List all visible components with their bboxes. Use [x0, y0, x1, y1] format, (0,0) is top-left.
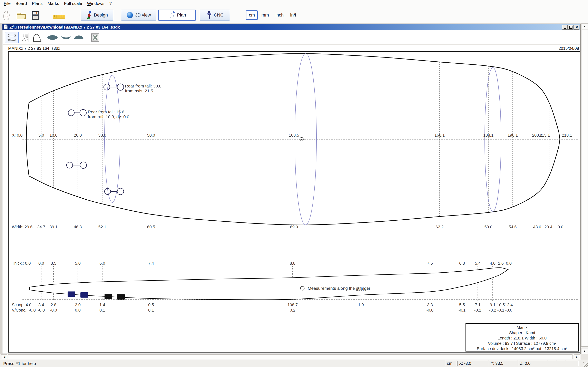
- status-panel-x-coord: X: -3.0: [457, 361, 488, 366]
- view-rocker-button[interactable]: [31, 32, 44, 43]
- status-panel-extra3: [566, 361, 579, 366]
- cnc-label: CNC: [214, 12, 224, 18]
- view-slice-deck-button[interactable]: [72, 32, 85, 43]
- menu-item-?[interactable]: ?: [107, 1, 114, 6]
- application-window: FileBoardPlansMarksFull scaleWindows? De…: [0, 0, 588, 367]
- menu-item-marks[interactable]: Marks: [45, 1, 61, 6]
- unit-inch[interactable]: inch: [273, 10, 286, 20]
- plug-annotation-a: Rear from tail: 30.8 from axis: 21.5: [125, 83, 162, 93]
- surface-dev-line: Surface dev deck : 14033.2 cm² bot : 132…: [466, 346, 578, 351]
- profile-fin-plug[interactable]: [117, 294, 125, 300]
- ruler-icon[interactable]: [52, 10, 66, 21]
- status-bar: Press F1 for help cmX: -3.0Y: 33.5Z: 0.0: [0, 360, 588, 367]
- 3d-view-button[interactable]: 3D view: [121, 9, 156, 21]
- view-outline-button[interactable]: [5, 32, 19, 43]
- title-bar[interactable]: Z:\Users\dennery\Downloads\MANIXx 7 2 27…: [2, 24, 580, 30]
- view-slice-full-button[interactable]: [45, 32, 60, 43]
- unit-mm[interactable]: mm: [259, 10, 272, 20]
- export-excel-button[interactable]: [89, 32, 101, 43]
- document-icon: [4, 25, 8, 30]
- shaper-glove-icon[interactable]: [2, 10, 12, 21]
- profile-fin-plug[interactable]: [80, 292, 88, 298]
- board-file-label: MANIXx 7 2 27 83 164 .s3dx: [8, 46, 60, 51]
- menu-item-windows[interactable]: Windows: [85, 1, 107, 6]
- resize-grip[interactable]: [583, 362, 588, 367]
- menu-item-file[interactable]: File: [1, 1, 13, 6]
- status-panel-z-coord: Z: 0.0: [518, 361, 547, 366]
- view-slice-bottom-button[interactable]: [60, 32, 73, 43]
- main-toolbar: Design 3D view Plan CNC cmmminchin/f: [0, 7, 588, 23]
- scroll-left-icon[interactable]: ◀: [1, 354, 7, 359]
- horizontal-scroll-thumb[interactable]: [8, 354, 572, 359]
- design-label: Design: [94, 12, 108, 18]
- rocker-curve-icon: [33, 33, 43, 42]
- shaper-line: Shaper : Kami: [466, 330, 578, 335]
- slice-deck-icon: [73, 34, 84, 41]
- measurement-sheet-icon: [21, 33, 29, 42]
- profile-fin-plug[interactable]: [68, 291, 75, 297]
- plug-b-line1: Rear from tail: 15.6: [88, 109, 129, 114]
- scroll-down-icon[interactable]: ▼: [581, 348, 588, 354]
- open-folder-icon[interactable]: [16, 10, 26, 21]
- horizontal-scrollbar[interactable]: ◀ ▶: [0, 354, 581, 360]
- window-title: Z:\Users\dennery\Downloads\MANIXx 7 2 27…: [9, 25, 120, 30]
- menu-bar: FileBoardPlansMarksFull scaleWindows?: [0, 0, 588, 7]
- drawing-area[interactable]: [8, 51, 580, 352]
- menu-item-board[interactable]: Board: [13, 1, 29, 6]
- sphere-icon: [126, 12, 133, 18]
- save-icon[interactable]: [30, 10, 41, 21]
- vertical-scroll-thumb[interactable]: [581, 30, 588, 347]
- status-panel-unit: cm: [445, 361, 457, 366]
- unit-selector: cmmminchin/f: [246, 9, 299, 21]
- profile-fin-plug[interactable]: [104, 294, 112, 299]
- length-width-line: Length : 218.1 Width : 69.0: [466, 335, 578, 341]
- minimize-button[interactable]: [562, 25, 568, 30]
- slice-bottom-icon: [61, 34, 72, 41]
- maximize-button[interactable]: [568, 25, 573, 30]
- plug-a-line1: Rear from tail: 30.8: [125, 83, 162, 89]
- design-button[interactable]: Design: [81, 9, 113, 21]
- scroll-up-icon[interactable]: ▲: [581, 24, 588, 29]
- menu-item-fullscale[interactable]: Full scale: [62, 1, 85, 6]
- plan-document-icon: [168, 11, 175, 20]
- cnc-button[interactable]: CNC: [200, 9, 230, 21]
- menu-item-plans[interactable]: Plans: [29, 1, 45, 6]
- scroll-right-icon[interactable]: ▶: [574, 354, 580, 359]
- design-nodes-icon: [86, 11, 92, 19]
- status-panel-y-coord: Y: 33.5: [489, 361, 517, 366]
- cnc-bit-icon: [206, 11, 212, 20]
- unit-in-f[interactable]: in/f: [287, 10, 299, 20]
- board-name: Manix: [466, 325, 578, 330]
- plug-a-line2: from axis: 21.5: [125, 89, 162, 93]
- view-measurements-button[interactable]: [20, 32, 31, 43]
- plug-b-line2: from rail: 10.3, dy: 0.0: [88, 114, 129, 119]
- excel-export-icon: [91, 33, 100, 42]
- view-toolbar: [3, 31, 580, 45]
- plan-button[interactable]: Plan: [158, 9, 196, 21]
- unit-cm[interactable]: cm: [246, 10, 258, 20]
- close-button[interactable]: ✕: [574, 25, 579, 30]
- volume-surface-line: Volume : 83.7 l Surface : 12779.8 cm²: [466, 341, 578, 346]
- plan-label: Plan: [177, 12, 186, 18]
- stringer-mark-150: 150.0: [356, 287, 366, 292]
- status-panel-extra1: [548, 361, 556, 366]
- board-info-box: Manix Shaper : Kami Length : 218.1 Width…: [466, 323, 579, 351]
- 3d-view-label: 3D view: [135, 12, 151, 18]
- slice-full-icon: [47, 34, 58, 41]
- outline-profile-icon: [7, 33, 17, 42]
- status-help-text: Press F1 for help: [3, 361, 36, 366]
- vertical-scrollbar[interactable]: ▲ ▼: [581, 23, 588, 360]
- status-panel-extra2: [557, 361, 565, 366]
- scrollbar-corner: [581, 354, 588, 360]
- plug-annotation-b: Rear from tail: 15.6 from rail: 10.3, dy…: [88, 109, 129, 119]
- date-label: 2015/04/08: [559, 46, 579, 51]
